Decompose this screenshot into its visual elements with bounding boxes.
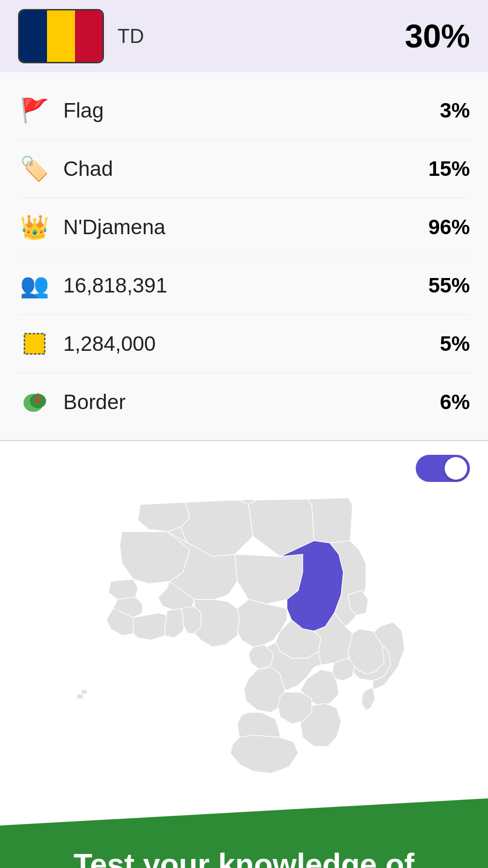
- toggle-container: [14, 455, 474, 482]
- country-code: TD: [117, 25, 144, 47]
- flag-stat-icon: 🚩: [18, 94, 51, 127]
- border-stat-percent: 6%: [440, 390, 470, 414]
- africa-map-svg: [59, 491, 429, 807]
- stats-section: 🚩Flag3%🏷️Chad15%👑N'Djamena96%👥16,818,391…: [0, 72, 488, 440]
- svg-marker-10: [307, 498, 352, 543]
- name-stat-icon: 🏷️: [18, 152, 51, 185]
- banner-text: Test your knowledge of geography!: [47, 808, 441, 868]
- flag-stat-label: Flag: [63, 98, 103, 123]
- svg-rect-41: [81, 690, 87, 694]
- toggle-knob: [445, 457, 467, 480]
- header: TD 30%: [0, 0, 488, 72]
- area-stat-percent: 5%: [440, 331, 470, 356]
- flag-stripe-yellow: [47, 10, 75, 62]
- stat-row-area-stat: 1,284,0005%: [18, 315, 470, 373]
- banner-line1: Test your knowledge of: [74, 847, 414, 868]
- population-stat-label: 16,818,391: [63, 273, 167, 297]
- stat-left: Border: [18, 386, 126, 418]
- border-stat-icon: [18, 386, 51, 418]
- stat-row-border-stat: Border6%: [18, 373, 470, 431]
- flag-container: TD: [18, 9, 144, 63]
- name-stat-percent: 15%: [428, 156, 470, 181]
- capital-stat-icon: 👑: [18, 211, 51, 243]
- flag-stripe-red: [75, 10, 103, 62]
- population-stat-percent: 55%: [428, 273, 470, 297]
- svg-rect-0: [24, 334, 45, 354]
- bottom-banner: Test your knowledge of geography!: [0, 798, 488, 868]
- stat-row-capital-stat: 👑N'Djamena96%: [18, 198, 470, 256]
- area-stat-label: 1,284,000: [63, 331, 156, 356]
- capital-stat-label: N'Djamena: [63, 215, 165, 239]
- map-container: [14, 491, 474, 807]
- map-toggle[interactable]: [416, 455, 470, 482]
- svg-point-3: [36, 398, 40, 402]
- flag-image: [18, 9, 104, 63]
- flag-stripe-blue: [19, 10, 47, 62]
- area-stat-icon: [18, 327, 51, 360]
- overall-percentage: 30%: [405, 18, 470, 55]
- stat-left: 🚩Flag: [18, 94, 103, 127]
- map-section: [0, 441, 488, 807]
- toggle-dot-indicator: [424, 465, 430, 472]
- stat-left: 👑N'Djamena: [18, 211, 165, 243]
- capital-stat-percent: 96%: [428, 215, 470, 239]
- flag-stat-percent: 3%: [440, 98, 470, 123]
- stat-left: 1,284,000: [18, 327, 156, 360]
- stat-row-population-stat: 👥16,818,39155%: [18, 256, 470, 315]
- stat-left: 🏷️Chad: [18, 152, 113, 185]
- svg-marker-19: [133, 613, 169, 640]
- svg-rect-40: [77, 694, 83, 699]
- border-stat-label: Border: [63, 390, 126, 414]
- population-stat-icon: 👥: [18, 269, 51, 302]
- stat-row-name-stat: 🏷️Chad15%: [18, 140, 470, 198]
- name-stat-label: Chad: [63, 156, 113, 181]
- stat-row-flag-stat: 🚩Flag3%: [18, 81, 470, 140]
- stat-left: 👥16,818,391: [18, 269, 167, 302]
